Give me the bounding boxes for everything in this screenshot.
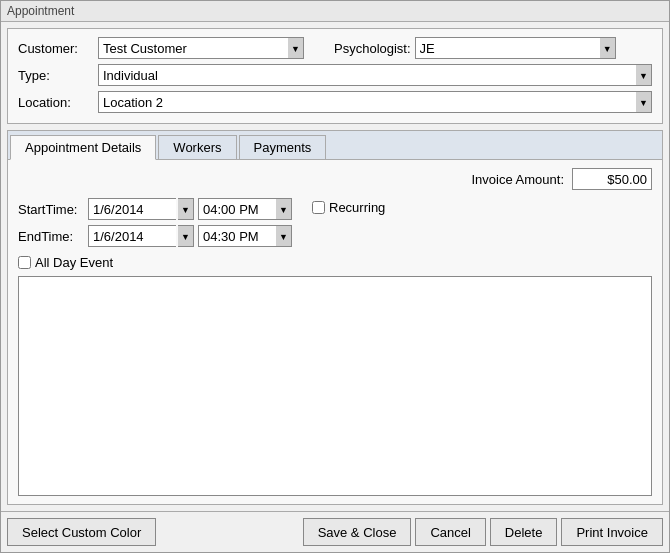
end-date-group: ▼ — [88, 225, 194, 247]
location-dropdown-arrow[interactable]: ▼ — [636, 91, 652, 113]
location-input-group: ▼ — [98, 91, 652, 113]
psychologist-input[interactable] — [415, 37, 600, 59]
bottom-bar: Select Custom Color Save & Close Cancel … — [1, 511, 669, 552]
tab-bar: Appointment Details Workers Payments — [8, 131, 662, 160]
all-day-label: All Day Event — [35, 255, 113, 270]
end-date-arrow[interactable]: ▼ — [178, 225, 194, 247]
start-time-row: StartTime: ▼ ▼ — [18, 198, 292, 220]
customer-dropdown-arrow[interactable]: ▼ — [288, 37, 304, 59]
location-input[interactable] — [98, 91, 636, 113]
appointment-group: Customer: ▼ Psychologist: ▼ Type: ▼ — [7, 28, 663, 124]
start-time-arrow[interactable]: ▼ — [276, 198, 292, 220]
all-day-checkbox[interactable] — [18, 256, 31, 269]
type-input-group: ▼ — [98, 64, 652, 86]
psychologist-label: Psychologist: — [334, 41, 411, 56]
psychologist-input-group: ▼ — [415, 37, 616, 59]
invoice-row: Invoice Amount: — [18, 168, 652, 190]
notes-textarea[interactable] — [18, 276, 652, 496]
start-time-label: StartTime: — [18, 202, 88, 217]
save-close-button[interactable]: Save & Close — [303, 518, 412, 546]
psychologist-dropdown-arrow[interactable]: ▼ — [600, 37, 616, 59]
location-row: Location: ▼ — [18, 91, 652, 113]
type-row: Type: ▼ — [18, 64, 652, 86]
time-section: StartTime: ▼ ▼ — [18, 198, 292, 252]
end-time-label: EndTime: — [18, 229, 88, 244]
tab-workers[interactable]: Workers — [158, 135, 236, 159]
type-label: Type: — [18, 68, 98, 83]
tab-appointment-details[interactable]: Appointment Details — [10, 135, 156, 160]
customer-input-group: ▼ — [98, 37, 304, 59]
customer-label: Customer: — [18, 41, 98, 56]
recurring-checkbox[interactable] — [312, 201, 325, 214]
start-time-group: ▼ — [198, 198, 292, 220]
invoice-amount-input[interactable] — [572, 168, 652, 190]
print-invoice-button[interactable]: Print Invoice — [561, 518, 663, 546]
tab-payments[interactable]: Payments — [239, 135, 327, 159]
dialog-body: Customer: ▼ Psychologist: ▼ Type: ▼ — [1, 22, 669, 511]
invoice-amount-label: Invoice Amount: — [472, 172, 565, 187]
appointment-dialog: Appointment Customer: ▼ Psychologist: ▼ — [0, 0, 670, 553]
recurring-label: Recurring — [329, 200, 385, 215]
end-time-group: ▼ — [198, 225, 292, 247]
type-input[interactable] — [98, 64, 636, 86]
start-date-arrow[interactable]: ▼ — [178, 198, 194, 220]
start-time-input[interactable] — [198, 198, 276, 220]
end-date-input[interactable] — [88, 225, 176, 247]
all-day-row: All Day Event — [18, 255, 652, 270]
customer-psychologist-row: Customer: ▼ Psychologist: ▼ — [18, 37, 652, 59]
location-label: Location: — [18, 95, 98, 110]
type-dropdown-arrow[interactable]: ▼ — [636, 64, 652, 86]
start-date-input[interactable] — [88, 198, 176, 220]
tab-container: Appointment Details Workers Payments Inv… — [7, 130, 663, 505]
end-time-row: EndTime: ▼ ▼ — [18, 225, 292, 247]
dialog-titlebar: Appointment — [1, 1, 669, 22]
recurring-section: Recurring — [312, 200, 385, 215]
start-time-recurring-row: StartTime: ▼ ▼ — [18, 198, 652, 252]
start-date-group: ▼ — [88, 198, 194, 220]
custom-color-button[interactable]: Select Custom Color — [7, 518, 156, 546]
customer-input[interactable] — [98, 37, 288, 59]
delete-button[interactable]: Delete — [490, 518, 558, 546]
cancel-button[interactable]: Cancel — [415, 518, 485, 546]
tab-content-details: Invoice Amount: StartTime: ▼ — [8, 160, 662, 504]
end-time-arrow[interactable]: ▼ — [276, 225, 292, 247]
dialog-title: Appointment — [7, 4, 74, 18]
end-time-input[interactable] — [198, 225, 276, 247]
